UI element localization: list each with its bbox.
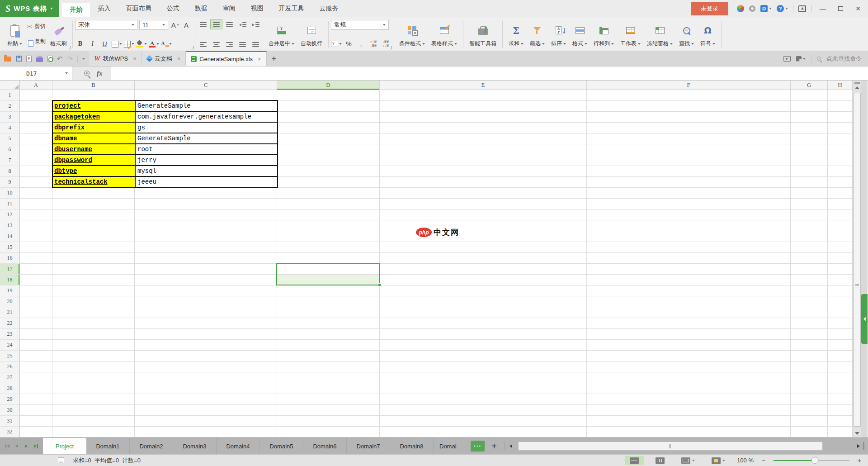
increase-indent-button[interactable] [250, 20, 261, 29]
first-sheet-button[interactable] [3, 442, 11, 450]
cell-G24[interactable] [791, 340, 828, 351]
cell-E9[interactable] [380, 177, 587, 188]
merge-center-button[interactable]: 合并居中 [265, 19, 297, 49]
cell-B31[interactable] [52, 416, 135, 427]
cell-B14[interactable] [52, 231, 135, 242]
cell-G27[interactable] [791, 372, 828, 383]
cell-F28[interactable] [587, 383, 791, 394]
cell-G22[interactable] [791, 318, 828, 329]
cell-D22[interactable] [277, 318, 380, 329]
cell-G15[interactable] [791, 242, 828, 253]
cell-G17[interactable] [791, 264, 828, 275]
select-all-corner[interactable] [0, 81, 20, 90]
cell-C12[interactable] [135, 209, 277, 220]
row-header-29[interactable]: 29 [0, 394, 20, 405]
cell-C23[interactable] [135, 329, 277, 340]
cell-H22[interactable] [828, 318, 853, 329]
group-expander-icon[interactable] [190, 46, 193, 49]
cell-H1[interactable] [828, 90, 853, 101]
cell-A24[interactable] [20, 340, 52, 351]
cell-F16[interactable] [587, 253, 791, 264]
cell-E25[interactable] [380, 351, 587, 361]
cell-C25[interactable] [135, 351, 277, 361]
cell-B23[interactable] [52, 329, 135, 340]
cell-C10[interactable] [135, 188, 277, 199]
cell-E27[interactable] [380, 372, 587, 383]
shrink-font-button[interactable]: A- [182, 20, 193, 30]
cell-G23[interactable] [791, 329, 828, 340]
cell-E16[interactable] [380, 253, 587, 264]
cell-D12[interactable] [277, 209, 380, 220]
number-format-select[interactable]: 常规 [331, 20, 389, 30]
align-center-button[interactable] [211, 40, 222, 49]
sheet-tab-domain5[interactable]: Domain5 [260, 438, 303, 454]
cell-C24[interactable] [135, 340, 277, 351]
cell-F12[interactable] [587, 209, 791, 220]
row-header-22[interactable]: 22 [0, 318, 20, 329]
group-expander-icon[interactable] [259, 46, 262, 49]
cell-E22[interactable] [380, 318, 587, 329]
cell-F5[interactable] [587, 133, 791, 144]
gear-icon[interactable] [749, 5, 755, 12]
cell-D5[interactable] [277, 133, 380, 144]
cell-A18[interactable] [20, 275, 52, 285]
close-icon[interactable]: × [133, 55, 137, 62]
sheet-tab-domain1[interactable]: Domain1 [86, 438, 130, 454]
column-header-F[interactable]: F [587, 81, 791, 90]
cell-B32[interactable] [52, 427, 135, 437]
sheet-tab-domain8[interactable]: Domain8 [390, 438, 434, 454]
cell-H5[interactable] [828, 133, 853, 144]
grow-font-button[interactable]: A+ [170, 20, 180, 30]
column-header-G[interactable]: G [791, 81, 828, 90]
customize-toolbar-caret-icon[interactable] [82, 58, 85, 60]
clear-format-button[interactable]: A [161, 39, 172, 49]
cell-D30[interactable] [277, 405, 380, 416]
cell-B18[interactable] [52, 275, 135, 285]
cell-H3[interactable] [828, 112, 853, 123]
cell-B1[interactable] [52, 90, 135, 101]
cell-G26[interactable] [791, 361, 828, 372]
cell-G9[interactable] [791, 177, 828, 188]
cell-F27[interactable] [587, 372, 791, 383]
horizontal-scroll-thumb[interactable] [518, 442, 823, 451]
cell-H2[interactable] [828, 101, 853, 112]
cell-B21[interactable] [52, 307, 135, 318]
format-button[interactable]: 格式 [569, 19, 590, 49]
cell-D26[interactable] [277, 361, 380, 372]
cell-F20[interactable] [587, 296, 791, 307]
cell-F11[interactable] [587, 199, 791, 209]
normal-view-button[interactable] [625, 456, 644, 465]
bold-button[interactable]: B [75, 39, 85, 49]
window-switch-button[interactable] [796, 56, 806, 62]
cell-A20[interactable] [20, 296, 52, 307]
font-color-button[interactable]: A [149, 39, 159, 49]
cell-A27[interactable] [20, 372, 52, 383]
close-icon[interactable]: × [258, 56, 261, 62]
menu-tab-review[interactable]: 审阅 [215, 0, 243, 17]
cell-C15[interactable] [135, 242, 277, 253]
minimize-button[interactable]: — [816, 5, 829, 12]
cell-H13[interactable] [828, 220, 853, 231]
find-command-box[interactable]: 点此查找命令 [826, 55, 862, 63]
column-header-A[interactable]: A [20, 81, 52, 90]
cell-B10[interactable] [52, 188, 135, 199]
cell-D7[interactable] [277, 155, 380, 166]
cell-G12[interactable] [791, 209, 828, 220]
help-button[interactable]: ? [777, 5, 788, 12]
cell-G25[interactable] [791, 351, 828, 361]
name-box[interactable]: D17 [0, 67, 72, 80]
cell-H24[interactable] [828, 340, 853, 351]
cell-F13[interactable] [587, 220, 791, 231]
row-header-28[interactable]: 28 [0, 383, 20, 394]
cut-button[interactable]: ✂剪切 [25, 22, 47, 31]
cell-E6[interactable] [380, 144, 587, 155]
find-button[interactable]: 查找 [676, 19, 697, 49]
cell-D27[interactable] [277, 372, 380, 383]
cell-D20[interactable] [277, 296, 380, 307]
cell-C9[interactable]: jeeeu [136, 177, 277, 187]
cell-A7[interactable] [20, 155, 52, 166]
doc-tab-generatesample[interactable]: GenerateSample.xls × [186, 51, 266, 66]
cell-B19[interactable] [52, 285, 135, 296]
borders-button[interactable] [112, 39, 122, 49]
cell-C29[interactable] [135, 394, 277, 405]
